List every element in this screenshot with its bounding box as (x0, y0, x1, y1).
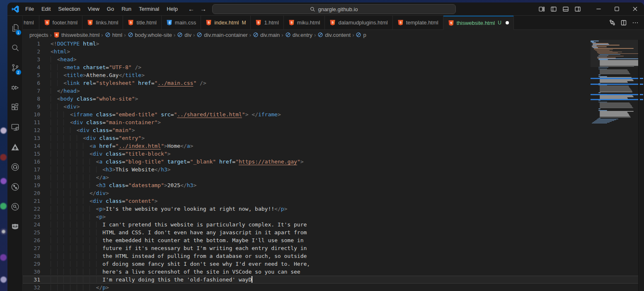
desktop-icon-blob (0, 228, 7, 235)
activity-item-source-control[interactable]: 2 (7, 58, 23, 78)
minimap[interactable] (591, 40, 638, 291)
breadcrumb-separator: › (48, 32, 53, 38)
activity-item-git-graph[interactable] (7, 178, 23, 197)
more-actions-icon[interactable] (630, 17, 641, 28)
line-number: 17 (23, 166, 51, 173)
line-number: 1 (23, 40, 51, 48)
extensions-icon (10, 103, 20, 114)
activity-item-remote-explorer[interactable] (7, 118, 23, 138)
code-line: 2<html> (23, 48, 638, 55)
svg-text:5: 5 (56, 33, 58, 37)
tab-miku-html[interactable]: 5miku.html (284, 16, 325, 29)
line-number: 29 (23, 260, 51, 268)
line-content: <div class="entry"> (51, 134, 638, 142)
activity-item-extensions[interactable] (7, 98, 23, 118)
tab-dalamudplugins-html[interactable]: 5dalamudplugins.html (325, 16, 392, 29)
line-number: 9 (23, 103, 51, 111)
breadcrumb-item-p[interactable]: p (356, 32, 366, 38)
minimize-button[interactable] (589, 2, 608, 16)
toggle-panel-icon[interactable] (559, 3, 571, 15)
activity-item-search[interactable] (7, 38, 23, 58)
menu-go[interactable]: Go (103, 3, 118, 15)
line-content: <p>It's the website you're looking at ri… (51, 205, 638, 213)
menu-file[interactable]: File (22, 3, 38, 15)
minimap-highlight-bar (591, 78, 638, 79)
titlebar-right (535, 2, 644, 16)
breadcrumb-separator: › (99, 32, 104, 38)
tab-main-css[interactable]: 3main.css (162, 16, 201, 29)
activity-item-github[interactable] (7, 158, 23, 178)
activity-item-explorer[interactable]: 1 (7, 19, 23, 38)
symbol-icon (177, 32, 183, 38)
breadcrumb-item-div[interactable]: div (177, 32, 191, 38)
desktop-icon-blob (0, 254, 7, 261)
editor-group: html5footer.html5links.html5title.html3m… (23, 16, 644, 291)
line-content: <!DOCTYPE html> (51, 40, 638, 48)
line-content: <head> (51, 55, 638, 63)
breadcrumb-item-projects[interactable]: projects (29, 32, 48, 38)
forward-arrow-icon[interactable]: → (200, 5, 206, 12)
tab-index-html[interactable]: 5index.htmlM (201, 16, 251, 29)
html-file-icon: 5 (87, 19, 93, 26)
line-number: 13 (23, 134, 51, 142)
activity-item-run-debug[interactable] (7, 78, 23, 98)
remote-explorer-icon (10, 123, 20, 134)
breadcrumb-item-html[interactable]: html (105, 32, 123, 38)
breadcrumb-item-div-main-container[interactable]: div.main-container (196, 32, 247, 38)
code-line: 7 </head> (23, 87, 638, 95)
breadcrumb-item-div-main[interactable]: div.main (253, 32, 280, 38)
svg-text:5: 5 (258, 21, 260, 24)
title-bar: FileEditSelectionViewGoRunTerminalHelp ←… (7, 2, 644, 16)
customize-layout-icon[interactable] (535, 3, 547, 15)
code-line: 24 I can't pretend this website is parti… (23, 221, 638, 228)
breadcrumb-item-body-whole-site[interactable]: body.whole-site (128, 32, 172, 38)
activity-item-triangle-a-extension[interactable] (7, 138, 23, 158)
breadcrumb-item-div-content[interactable]: div.content (317, 32, 351, 38)
line-content: <html> (51, 48, 638, 55)
line-number: 15 (23, 150, 51, 158)
breadcrumb-label: projects (29, 32, 48, 38)
code-line: 8 <body class="whole-site"> (23, 95, 638, 103)
tab-html[interactable]: html (23, 16, 39, 29)
svg-text:5: 5 (332, 21, 334, 24)
activity-item-commit-search[interactable] (7, 197, 23, 217)
github-icon (10, 162, 20, 173)
tab-title-html[interactable]: 5title.html (123, 16, 161, 29)
activity-item-godot-tools[interactable] (7, 217, 23, 237)
command-center-search[interactable]: gnargle.github.io (212, 4, 456, 14)
back-arrow-icon[interactable]: ← (188, 5, 194, 12)
menu-terminal[interactable]: Terminal (135, 3, 163, 15)
html-file-icon: 5 (288, 19, 295, 26)
menu-help[interactable]: Help (163, 3, 182, 15)
open-changes-icon[interactable] (607, 17, 617, 28)
split-editor-icon[interactable] (618, 17, 629, 28)
desktop-icon-blob (0, 127, 7, 134)
breadcrumb-item-div-entry[interactable]: div.entry (285, 32, 312, 38)
maximize-button[interactable] (608, 2, 626, 16)
menu-selection[interactable]: Selection (54, 3, 84, 15)
menu-view[interactable]: View (84, 3, 103, 15)
tab-footer-html[interactable]: 5footer.html (39, 16, 83, 29)
code-line: 25 HTML and CSS. I don't even have any j… (23, 228, 638, 236)
menu-edit[interactable]: Edit (38, 3, 54, 15)
breadcrumb-item-thiswebsite-html[interactable]: 5thiswebsite.html (53, 32, 99, 38)
tab-links-html[interactable]: 5links.html (82, 16, 123, 29)
close-button[interactable] (626, 2, 644, 16)
breadcrumb: projects›5thiswebsite.html›html›body.who… (23, 30, 644, 40)
toggle-primary-sidebar-icon[interactable] (547, 3, 559, 15)
toggle-secondary-sidebar-icon[interactable] (571, 3, 583, 15)
tab-1-html[interactable]: 51.html (251, 16, 283, 29)
tab-thiswebsite-html[interactable]: 5thiswebsite.htmlU (443, 16, 514, 30)
line-content: </p> (51, 284, 638, 291)
svg-text:5: 5 (90, 21, 92, 24)
editor-surface[interactable]: 1<!DOCTYPE html>2<html>3 <head>4 <meta c… (23, 40, 644, 291)
html-file-icon: 5 (329, 19, 336, 26)
code-line: 15 <div class="title-block"> (23, 150, 638, 158)
vertical-scrollbar[interactable] (638, 40, 644, 291)
tab-template-html[interactable]: 5template.html (393, 16, 443, 29)
line-number: 11 (23, 118, 51, 126)
line-number: 28 (23, 252, 51, 260)
line-number: 8 (23, 95, 51, 103)
menu-run[interactable]: Run (118, 3, 135, 15)
code-line: 16 <a class="blog-title" target="_blank"… (23, 158, 638, 166)
